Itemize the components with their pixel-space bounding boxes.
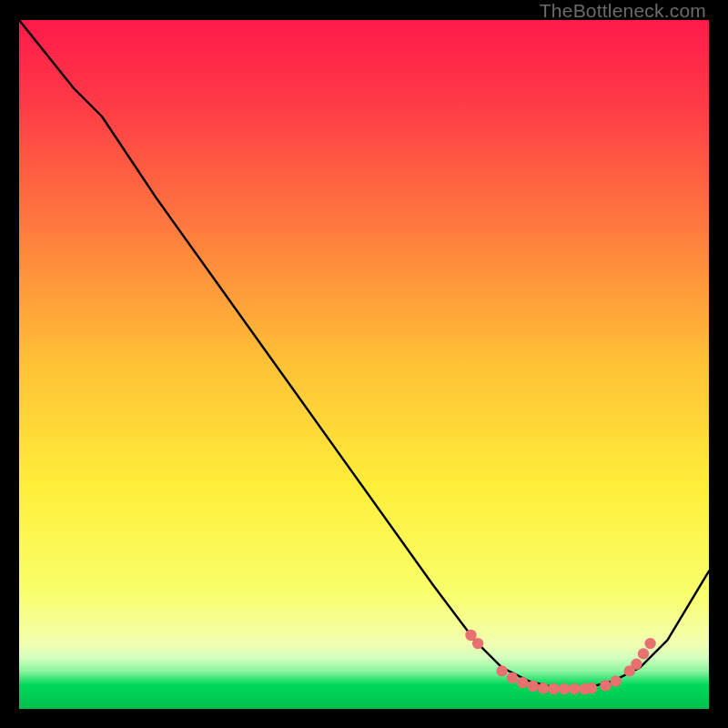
highlight-dot — [517, 677, 528, 688]
highlight-dot — [496, 665, 507, 676]
highlight-dot — [611, 676, 622, 687]
highlight-dot — [548, 683, 559, 694]
highlight-dot — [559, 683, 570, 694]
highlight-dot — [538, 682, 549, 693]
highlight-dot — [528, 681, 539, 692]
highlight-dot — [600, 680, 611, 691]
watermark-text: TheBottleneck.com — [540, 0, 706, 22]
highlight-dot — [644, 638, 655, 649]
highlight-dot — [472, 638, 483, 649]
highlight-dot — [507, 672, 518, 683]
chart-frame — [19, 20, 709, 709]
highlight-dot — [586, 682, 597, 693]
gradient-background — [19, 20, 709, 709]
highlight-dot — [569, 683, 580, 694]
highlight-dot — [631, 659, 642, 670]
bottleneck-chart — [19, 20, 709, 709]
highlight-dot — [638, 648, 649, 659]
